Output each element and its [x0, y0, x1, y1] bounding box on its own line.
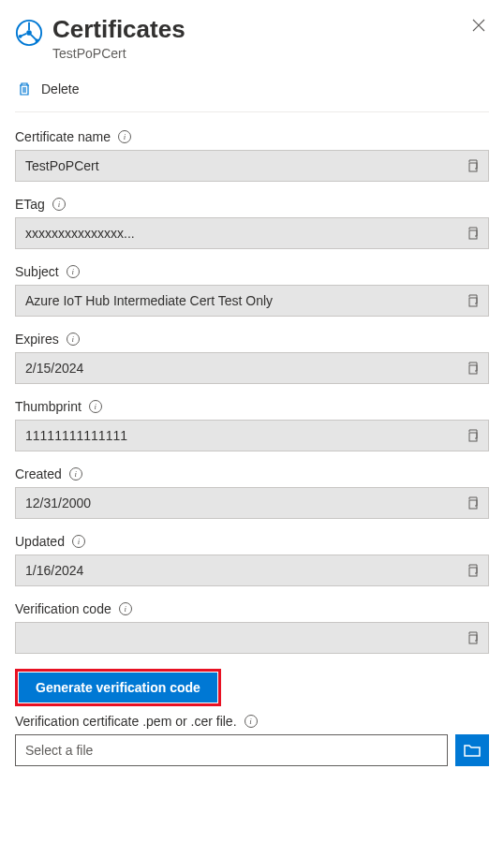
copy-button[interactable]	[456, 423, 488, 448]
info-icon[interactable]: i	[67, 333, 80, 346]
copy-button[interactable]	[456, 356, 488, 380]
generate-verification-code-button[interactable]: Generate verification code	[19, 673, 217, 702]
copy-button[interactable]	[456, 558, 488, 583]
info-icon[interactable]: i	[67, 265, 80, 278]
delete-label: Delete	[41, 81, 79, 96]
created-label: Created	[15, 466, 62, 481]
info-icon[interactable]: i	[245, 715, 258, 728]
info-icon[interactable]: i	[118, 130, 131, 143]
file-input[interactable]	[15, 734, 448, 766]
page-title: Certificates	[52, 15, 459, 44]
svg-rect-9	[469, 298, 477, 306]
thumbprint-field: 11111111111111	[15, 420, 489, 451]
svg-rect-14	[469, 635, 477, 643]
verification-code-field	[15, 622, 489, 654]
folder-icon	[464, 744, 481, 757]
certificate-name-field: TestPoPCert	[15, 150, 489, 182]
info-icon[interactable]: i	[89, 400, 102, 413]
subject-value: Azure IoT Hub Intermediate Cert Test Onl…	[16, 288, 456, 314]
created-field: 12/31/2000	[15, 487, 489, 519]
copy-icon	[466, 294, 479, 307]
copy-icon	[466, 227, 479, 240]
expires-value: 2/15/2024	[16, 355, 456, 381]
copy-icon	[466, 496, 479, 510]
info-icon[interactable]: i	[72, 535, 85, 548]
updated-label: Updated	[15, 534, 65, 549]
thumbprint-label: Thumbprint	[15, 399, 82, 414]
close-button[interactable]	[468, 15, 489, 39]
subject-label: Subject	[15, 264, 59, 279]
delete-button[interactable]: Delete	[15, 78, 81, 100]
expires-field: 2/15/2024	[15, 352, 489, 384]
svg-rect-12	[469, 500, 477, 509]
copy-button[interactable]	[456, 288, 488, 313]
copy-button[interactable]	[456, 491, 488, 515]
svg-point-6	[19, 35, 22, 38]
created-value: 12/31/2000	[16, 490, 456, 516]
info-icon[interactable]: i	[119, 602, 132, 615]
copy-icon	[466, 159, 479, 172]
copy-icon	[466, 631, 479, 644]
copy-icon	[466, 429, 479, 442]
updated-field: 1/16/2024	[15, 555, 489, 586]
info-icon[interactable]: i	[69, 467, 82, 481]
verification-file-label: Verification certificate .pem or .cer fi…	[15, 714, 237, 729]
svg-rect-11	[469, 433, 477, 441]
copy-icon	[466, 564, 479, 577]
copy-button[interactable]	[456, 626, 488, 650]
certificate-name-label: Certificate name	[15, 129, 111, 144]
updated-value: 1/16/2024	[16, 557, 456, 584]
certificates-icon	[15, 19, 43, 47]
verification-code-label: Verification code	[15, 601, 111, 616]
etag-field: xxxxxxxxxxxxxxx...	[15, 217, 489, 249]
verification-code-value	[16, 632, 456, 643]
svg-rect-13	[469, 568, 477, 576]
trash-icon	[17, 81, 32, 96]
info-icon[interactable]: i	[52, 198, 66, 211]
svg-point-5	[36, 39, 39, 43]
expires-label: Expires	[15, 332, 59, 347]
copy-button[interactable]	[456, 154, 488, 178]
etag-label: ETag	[15, 197, 45, 212]
highlight-box: Generate verification code	[15, 669, 221, 706]
svg-rect-10	[469, 365, 477, 374]
svg-rect-8	[469, 230, 477, 239]
browse-button[interactable]	[455, 734, 489, 766]
svg-rect-7	[469, 163, 477, 171]
page-subtitle: TestPoPCert	[52, 46, 459, 61]
certificate-name-value: TestPoPCert	[16, 153, 456, 179]
close-icon	[472, 19, 485, 32]
copy-button[interactable]	[456, 221, 488, 245]
copy-icon	[466, 362, 479, 375]
subject-field: Azure IoT Hub Intermediate Cert Test Onl…	[15, 285, 489, 317]
thumbprint-value: 11111111111111	[16, 422, 456, 449]
etag-value: xxxxxxxxxxxxxxx...	[16, 220, 456, 246]
